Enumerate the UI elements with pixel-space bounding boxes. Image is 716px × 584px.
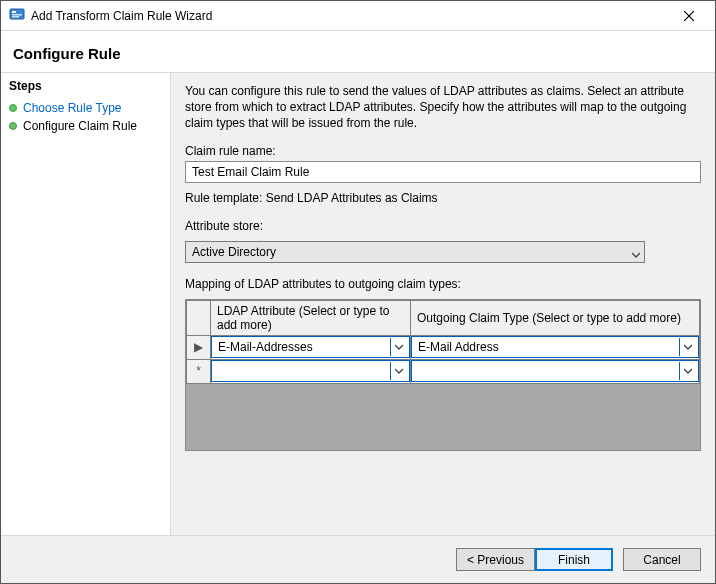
titlebar: Add Transform Claim Rule Wizard — [1, 1, 715, 31]
svg-rect-3 — [12, 16, 19, 18]
cancel-button[interactable]: Cancel — [623, 548, 701, 571]
row-marker: ▶ — [187, 335, 211, 359]
chevron-down-icon — [632, 248, 640, 256]
mapping-grid: LDAP Attribute (Select or type to add mo… — [185, 299, 701, 451]
finish-button[interactable]: Finish — [535, 548, 613, 571]
chevron-down-icon — [390, 362, 406, 380]
window-close-button[interactable] — [667, 2, 711, 30]
page-title: Configure Rule — [13, 45, 703, 62]
close-icon — [684, 11, 694, 21]
svg-rect-1 — [12, 11, 16, 13]
step-configure-claim-rule[interactable]: Configure Claim Rule — [9, 117, 162, 135]
mapping-label: Mapping of LDAP attributes to outgoing c… — [185, 277, 701, 291]
nav-button-group: < Previous Finish — [456, 548, 613, 571]
claim-rule-name-label: Claim rule name: — [185, 144, 701, 158]
outgoing-claim-cell[interactable]: E-Mail Address — [411, 336, 699, 358]
grid-col-claim[interactable]: Outgoing Claim Type (Select or type to a… — [411, 300, 700, 335]
step-bullet-icon — [9, 122, 17, 130]
grid-corner — [187, 300, 211, 335]
steps-heading: Steps — [9, 79, 162, 93]
rule-template-prefix: Rule template: — [185, 191, 266, 205]
ldap-attribute-value: E-Mail-Addresses — [218, 340, 313, 354]
chevron-down-icon — [390, 338, 406, 356]
ldap-attribute-cell[interactable]: E-Mail-Addresses — [211, 336, 410, 358]
steps-pane: Steps Choose Rule Type Configure Claim R… — [1, 73, 171, 535]
rule-template-value: Send LDAP Attributes as Claims — [266, 191, 438, 205]
outgoing-claim-cell[interactable] — [411, 360, 699, 382]
attribute-store-label: Attribute store: — [185, 219, 701, 233]
wizard-window: Add Transform Claim Rule Wizard Configur… — [0, 0, 716, 584]
ldap-attribute-cell[interactable] — [211, 360, 410, 382]
table-row: ▶ E-Mail-Addresses E-Mail Address — [187, 335, 700, 359]
attribute-store-dropdown[interactable]: Active Directory — [185, 241, 645, 263]
description-text: You can configure this rule to send the … — [185, 83, 701, 132]
wizard-header: Configure Rule — [1, 31, 715, 73]
step-label: Choose Rule Type — [23, 101, 122, 115]
app-icon — [9, 6, 25, 25]
chevron-down-icon — [679, 338, 695, 356]
outgoing-claim-value: E-Mail Address — [418, 340, 499, 354]
claim-rule-name-input[interactable] — [185, 161, 701, 183]
row-marker: * — [187, 359, 211, 383]
grid-empty-area — [186, 384, 700, 451]
grid-col-ldap[interactable]: LDAP Attribute (Select or type to add mo… — [211, 300, 411, 335]
wizard-footer: < Previous Finish Cancel — [1, 535, 715, 583]
previous-button[interactable]: < Previous — [456, 548, 535, 571]
chevron-down-icon — [679, 362, 695, 380]
window-title: Add Transform Claim Rule Wizard — [31, 9, 212, 23]
step-choose-rule-type[interactable]: Choose Rule Type — [9, 99, 162, 117]
svg-rect-2 — [12, 14, 22, 16]
rule-template-line: Rule template: Send LDAP Attributes as C… — [185, 191, 701, 205]
step-label: Configure Claim Rule — [23, 119, 137, 133]
table-row: * — [187, 359, 700, 383]
grid-header-row: LDAP Attribute (Select or type to add mo… — [187, 300, 700, 335]
attribute-store-value: Active Directory — [192, 245, 276, 259]
step-bullet-icon — [9, 104, 17, 112]
content-pane: You can configure this rule to send the … — [171, 73, 715, 535]
